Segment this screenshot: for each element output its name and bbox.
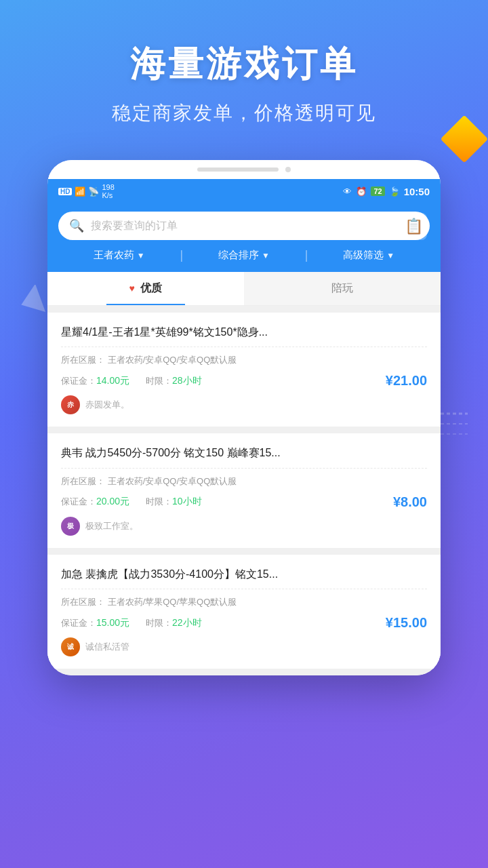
hero-title: 海量游戏订单	[27, 41, 461, 88]
heart-icon: ♥	[129, 283, 135, 294]
eye-icon: 👁	[343, 186, 352, 197]
battery-icon: 72	[371, 186, 384, 196]
card-3[interactable]: 加急 裴擒虎【战力3530分-4100分】铭文15... 所在区服： 王者农药/…	[47, 555, 441, 669]
hero-subtitle: 稳定商家发单，价格透明可见	[27, 100, 461, 126]
card-2-divider	[61, 468, 427, 469]
leaf-icon: 🍃	[389, 186, 400, 197]
card-3-title: 加急 裴擒虎【战力3530分-4100分】铭文15...	[61, 567, 427, 582]
card-2-deposit-label: 保证金：	[61, 496, 96, 508]
card-2-author: 极致工作室。	[85, 520, 138, 532]
card-2-footer: 极 极致工作室。	[61, 517, 427, 536]
chevron-advanced: ▼	[386, 251, 394, 260]
phone-notch	[47, 160, 441, 179]
filter-bar: 王者农药 ▼ | 综合排序 ▼ | 高级筛选 ▼	[58, 248, 430, 262]
scan-button[interactable]: 📋	[400, 213, 427, 240]
card-2-title: 典韦 战力5450分-5700分 铭文150 巅峰赛15...	[61, 446, 427, 460]
status-right: 👁 ⏰ 72 🍃 10:50	[343, 186, 430, 197]
card-2-avatar: 极	[61, 517, 80, 536]
card-3-avatar: 诚	[61, 637, 80, 656]
card-1-divider	[61, 347, 427, 347]
filter-game[interactable]: 王者农药 ▼	[58, 249, 180, 262]
card-3-time-label: 时限：	[146, 617, 172, 629]
card-3-author: 诚信私活管	[85, 641, 129, 653]
card-3-region-value: 王者农药/苹果QQ/苹果QQ默认服	[108, 597, 237, 607]
search-placeholder: 搜索要查询的订单	[91, 219, 419, 233]
card-1-time-value: 28小时	[172, 375, 202, 387]
hd-badge: HD	[58, 188, 72, 195]
scan-icon: 📋	[405, 218, 423, 235]
search-icon: 🔍	[69, 218, 84, 233]
tabs-bar: ♥ 优质 陪玩	[47, 272, 441, 306]
card-3-time-value: 22小时	[172, 617, 202, 629]
filter-sort-label: 综合排序	[218, 249, 259, 262]
card-1-avatar: 赤	[61, 395, 80, 414]
card-1-meta: 保证金： 14.00元 时限： 28小时 ¥21.00	[61, 373, 427, 389]
hero-section: 海量游戏订单 稳定商家发单，价格透明可见	[0, 0, 488, 146]
chevron-sort: ▼	[262, 251, 270, 260]
card-2-time-value: 10小时	[172, 496, 202, 508]
deco-arrow	[20, 285, 51, 318]
app-header: 🔍 搜索要查询的订单 王者农药 ▼ | 综合排序 ▼ | 高级筛选 ▼	[47, 203, 441, 272]
notch-bar	[197, 167, 279, 172]
search-bar[interactable]: 🔍 搜索要查询的订单	[58, 212, 430, 240]
card-1-region-label: 所在区服：	[61, 355, 105, 365]
card-1-price: ¥21.00	[386, 373, 427, 389]
tab-accompany-label: 陪玩	[331, 282, 353, 294]
card-3-price: ¥15.00	[386, 615, 427, 631]
card-1-footer: 赤 赤圆发单。	[61, 395, 427, 414]
filter-sort[interactable]: 综合排序 ▼	[183, 249, 305, 262]
speed-text: 198K/s	[102, 183, 114, 199]
card-1-author: 赤圆发单。	[85, 399, 129, 411]
wifi-icon: 📡	[88, 186, 99, 197]
chevron-game: ▼	[137, 251, 145, 260]
card-3-region-label: 所在区服：	[61, 597, 105, 607]
notch-dot	[285, 167, 291, 172]
card-1-region-value: 王者农药/安卓QQ/安卓QQ默认服	[108, 355, 237, 365]
card-1-time-label: 时限：	[146, 375, 172, 387]
card-1[interactable]: 星耀4/1星-王者1星*英雄99*铭文150*隐身... 所在区服： 王者农药/…	[47, 313, 441, 427]
signal-icon: 📶	[75, 186, 85, 197]
card-3-divider	[61, 589, 427, 589]
card-2-region-value: 王者农药/安卓QQ/安卓QQ默认服	[108, 476, 237, 486]
card-2-price: ¥8.00	[393, 494, 427, 510]
card-1-deposit-value: 14.00元	[96, 375, 129, 387]
card-3-footer: 诚 诚信私活管	[61, 637, 427, 656]
card-1-title: 星耀4/1星-王者1星*英雄99*铭文150*隐身...	[61, 325, 427, 340]
alarm-icon: ⏰	[356, 186, 367, 197]
status-left: HD 📶 📡 198K/s	[58, 183, 115, 199]
card-3-meta: 保证金： 15.00元 时限： 22小时 ¥15.00	[61, 615, 427, 631]
card-1-deposit-label: 保证金：	[61, 375, 96, 387]
card-1-region: 所在区服： 王者农药/安卓QQ/安卓QQ默认服	[61, 354, 427, 366]
filter-advanced[interactable]: 高级筛选 ▼	[308, 249, 430, 262]
card-3-region: 所在区服： 王者农药/苹果QQ/苹果QQ默认服	[61, 596, 427, 608]
status-time: 10:50	[404, 186, 430, 197]
card-2-time-label: 时限：	[146, 496, 172, 508]
card-3-deposit-label: 保证金：	[61, 617, 96, 629]
tab-quality-label: 优质	[140, 282, 162, 294]
status-bar: HD 📶 📡 198K/s 👁 ⏰ 72 🍃 10:50	[47, 179, 441, 203]
filter-game-label: 王者农药	[94, 249, 134, 262]
phone-mockup: HD 📶 📡 198K/s 👁 ⏰ 72 🍃 10:50 🔍 搜索要查询的订单 …	[47, 160, 441, 675]
card-2[interactable]: 典韦 战力5450分-5700分 铭文150 巅峰赛15... 所在区服： 王者…	[47, 433, 441, 547]
svg-marker-0	[20, 285, 45, 315]
card-3-deposit-value: 15.00元	[96, 617, 129, 629]
cards-area: 星耀4/1星-王者1星*英雄99*铭文150*隐身... 所在区服： 王者农药/…	[47, 306, 441, 675]
card-2-region: 所在区服： 王者农药/安卓QQ/安卓QQ默认服	[61, 475, 427, 488]
tab-quality[interactable]: ♥ 优质	[47, 272, 244, 305]
tab-accompany[interactable]: 陪玩	[244, 272, 441, 305]
card-2-meta: 保证金： 20.00元 时限： 10小时 ¥8.00	[61, 494, 427, 510]
card-2-deposit-value: 20.00元	[96, 496, 129, 508]
filter-advanced-label: 高级筛选	[343, 249, 384, 262]
card-2-region-label: 所在区服：	[61, 476, 105, 486]
